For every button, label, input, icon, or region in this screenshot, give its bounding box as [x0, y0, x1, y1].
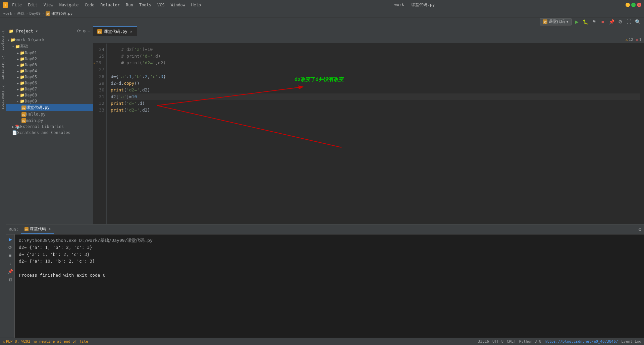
status-event-log[interactable]: Event Log: [621, 339, 641, 344]
tree-item-day08[interactable]: ▶ 📁 Day08: [6, 92, 93, 98]
menu-window[interactable]: Window: [168, 2, 188, 8]
collapse-tree-icon[interactable]: −: [88, 28, 90, 33]
left-sidebar: 1: Project 2: Structure 2: Favorites: [0, 26, 6, 338]
tree-item-ketangdaima[interactable]: py 课堂代码.py: [6, 104, 93, 111]
menu-vcs[interactable]: VCS: [155, 2, 167, 8]
tree-item-day07-label: Day07: [25, 87, 37, 91]
project-header-icons: ⟳ ⚙ −: [77, 28, 90, 33]
line-num-24: 24: [93, 46, 104, 53]
run-rerun-button[interactable]: ⟳: [7, 244, 14, 251]
tree-item-day06-label: Day06: [25, 81, 37, 85]
gear-icon[interactable]: ⚙: [83, 28, 86, 33]
menu-run[interactable]: Run: [123, 2, 136, 8]
expand-button[interactable]: 🔍: [634, 18, 641, 25]
status-python[interactable]: Python 3.8: [519, 339, 541, 344]
menu-code[interactable]: Code: [82, 2, 97, 8]
run-trash-button[interactable]: 🗑: [7, 276, 14, 283]
line-num-26: ⚠26: [93, 60, 104, 66]
status-warning-text: PEP 8: W292 no newline at end of file: [6, 339, 88, 344]
breadcrumb-jiechu[interactable]: 基础: [17, 11, 24, 16]
editor-tab-ketangdaima[interactable]: py 课堂代码.py ×: [93, 26, 137, 36]
editor-tab-close[interactable]: ×: [129, 29, 133, 34]
breadcrumb-sep2: ›: [26, 11, 28, 16]
sidebar-project-label[interactable]: 1: Project: [0, 27, 5, 53]
folder-day04-icon: 📁: [20, 69, 25, 73]
breadcrumb-day09[interactable]: Day09: [30, 11, 41, 16]
stop-button[interactable]: ■: [599, 18, 606, 25]
titlebar: J File Edit View Navigate Code Refactor …: [0, 0, 644, 10]
svg-text:py: py: [543, 20, 547, 23]
tree-item-day01[interactable]: ▶ 📁 Day01: [6, 50, 93, 56]
bottom-settings-icon[interactable]: ⚙: [639, 227, 641, 232]
menu-edit[interactable]: Edit: [25, 2, 40, 8]
tree-item-day06[interactable]: ▶ 📁 Day06: [6, 80, 93, 86]
run-scroll-button[interactable]: ↓: [7, 260, 14, 267]
minimize-button[interactable]: –: [626, 3, 630, 7]
run-sidebar: ▶ ⟳ ■ ↓ 📌 🗑: [6, 234, 15, 338]
status-encoding[interactable]: UTF-8: [492, 339, 503, 344]
pin-button[interactable]: 📌: [608, 18, 615, 25]
tree-item-day02[interactable]: ▶ 📁 Day02: [6, 56, 93, 62]
ext-libs-icon: 📚: [15, 124, 20, 129]
menu-refactor[interactable]: Refactor: [98, 2, 122, 8]
tree-item-work[interactable]: ▾ 📁 work D:\work: [6, 37, 93, 43]
breadcrumb-file[interactable]: py 课堂代码.py: [46, 11, 73, 16]
svg-text:J: J: [4, 3, 6, 7]
breadcrumb-work[interactable]: work: [3, 11, 12, 16]
run-config-selector[interactable]: py 课堂代码 ▾: [540, 18, 572, 25]
run-button[interactable]: ▶: [573, 18, 580, 25]
sync-icon[interactable]: ⟳: [77, 28, 81, 33]
run-play-button[interactable]: ▶: [7, 236, 14, 243]
run-config-label: 课堂代码: [549, 19, 565, 24]
bottom-tab-ketangdaima[interactable]: py 课堂代码 ×: [21, 225, 54, 234]
folder-day02-icon: 📁: [20, 57, 25, 61]
debug-button[interactable]: 🐛: [582, 18, 589, 25]
editor-warnings-bar: ⚠ 12 ✕ 1: [93, 36, 644, 44]
code-line-31: d2['a']=10: [111, 93, 640, 100]
settings-icon[interactable]: ⚙: [616, 18, 624, 25]
warning-count[interactable]: ⚠ 12: [626, 38, 633, 42]
svg-text:py: py: [25, 228, 28, 230]
project-panel-title: 📁 Project ▾: [9, 29, 38, 33]
line-num-30: 30: [93, 87, 104, 93]
tree-item-day09[interactable]: ▾ 📁 Day09: [6, 98, 93, 104]
tree-item-jichu[interactable]: ▾ 📁 基础: [6, 43, 93, 50]
menu-navigate[interactable]: Navigate: [57, 2, 82, 8]
tree-item-main-label: main.py: [26, 118, 43, 123]
tree-item-day07[interactable]: ▶ 📁 Day07: [6, 86, 93, 92]
bottom-panel: Run: py 课堂代码 × ⚙ ▶ ⟳ ■: [6, 224, 644, 338]
run-stop-button[interactable]: ■: [7, 252, 14, 259]
coverage-button[interactable]: ⚑: [590, 18, 598, 25]
tree-item-ext-libs[interactable]: ▶ 📚 External Libraries: [6, 124, 93, 130]
menu-file[interactable]: File: [9, 2, 24, 8]
close-button[interactable]: ×: [637, 3, 641, 7]
status-line-sep[interactable]: CRLF: [507, 339, 516, 344]
sidebar-favorites-label[interactable]: 2: Favorites: [0, 82, 5, 112]
tree-item-main[interactable]: py main.py: [6, 118, 93, 124]
menu-help[interactable]: Help: [189, 2, 204, 8]
tree-item-jichu-label: 基础: [20, 44, 28, 49]
sidebar-structure-label[interactable]: 2: Structure: [0, 53, 5, 82]
tree-item-day04[interactable]: ▶ 📁 Day04: [6, 68, 93, 74]
console-line-2: d= {'a': 1, 'b': 2, 'c': 3}: [19, 251, 640, 258]
svg-text:py: py: [46, 12, 50, 15]
folder-day01-icon: 📁: [20, 51, 25, 55]
code-content[interactable]: # d2['a']=10 # print('d=',d) # print('d2…: [107, 44, 644, 224]
run-pin-button[interactable]: 📌: [7, 268, 14, 275]
tree-item-day03[interactable]: ▶ 📁 Day03: [6, 62, 93, 68]
tree-item-scratches[interactable]: 📄 Scratches and Consoles: [6, 130, 93, 136]
error-count[interactable]: ✕ 1: [636, 38, 641, 42]
menu-tools[interactable]: Tools: [137, 2, 154, 8]
status-right: 33:16 UTF-8 CRLF Python 3.8 https://blog…: [478, 339, 641, 344]
breadcrumb-sep1: ›: [14, 11, 16, 16]
status-position[interactable]: 33:16: [478, 339, 489, 344]
collapse-button[interactable]: ⛶: [625, 18, 633, 25]
status-url[interactable]: https://blog.csdn.net/m0_46738467: [545, 339, 618, 344]
bottom-tab-close[interactable]: ×: [49, 227, 51, 231]
tree-item-day05[interactable]: ▶ 📁 Day05: [6, 74, 93, 80]
menu-view[interactable]: View: [41, 2, 56, 8]
svg-text:py: py: [22, 114, 25, 116]
line-numbers: 24 25 ⚠26 27 28 29 30 31 32 33: [93, 44, 107, 224]
tree-item-hello[interactable]: py Hello.py: [6, 111, 93, 118]
maximize-button[interactable]: □: [631, 3, 636, 7]
